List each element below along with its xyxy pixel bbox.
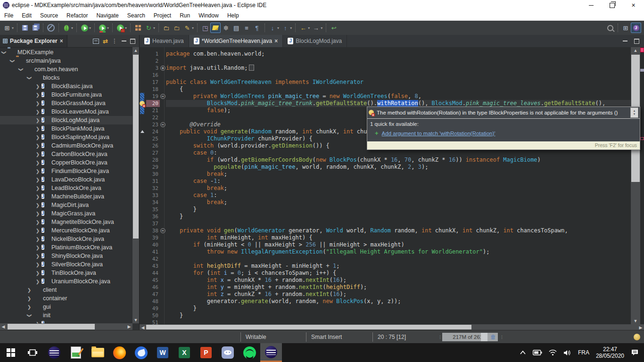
expand-chevron-icon[interactable]: ❯: [34, 211, 41, 216]
tree-item-client[interactable]: ❯client: [0, 286, 132, 294]
taskbar-app-spotify[interactable]: [239, 343, 260, 362]
tree-item-machinebuilder-java[interactable]: ❯JMachineBuilder.java: [0, 192, 132, 201]
save-button[interactable]: [20, 23, 30, 33]
minimize-button[interactable]: [580, 0, 602, 10]
organize-imports-button[interactable]: ↓▾: [267, 23, 280, 33]
start-button[interactable]: [0, 343, 22, 362]
link-with-editor-icon[interactable]: ⇄: [103, 38, 108, 45]
code-line-31[interactable]: 31 case -1:: [140, 178, 631, 185]
warning-marker[interactable]: [640, 137, 644, 140]
collapsed-region-icon[interactable]: [249, 65, 254, 71]
debug-button[interactable]: ▾: [61, 23, 74, 33]
tree-item-platiniumblockore-java[interactable]: ❯JPlatiniumBlockOre.java: [0, 243, 132, 252]
code-line-40[interactable]: 40 if (minHeight < 0 || maxHeight > 256 …: [140, 241, 631, 248]
menu-search[interactable]: Search: [123, 10, 149, 20]
code-line-2[interactable]: 2: [140, 58, 631, 65]
code-line-48[interactable]: 48 generator.generate(world, random, new…: [140, 298, 631, 305]
back-button[interactable]: ←▾: [298, 23, 311, 33]
editor-vertical-scrollbar[interactable]: ▲ ▼: [631, 47, 640, 324]
menu-file[interactable]: File: [0, 10, 17, 20]
code-line-44[interactable]: 44 for (int i = 0; i < chancesToSpawn; i…: [140, 270, 631, 277]
taskbar-app-discord[interactable]: [217, 343, 239, 362]
close-tab-icon[interactable]: ×: [274, 38, 278, 44]
menu-help[interactable]: Help: [223, 10, 243, 20]
editor-horizontal-scrollbar[interactable]: ◀ ▶: [140, 324, 644, 330]
code-line-28[interactable]: 28 if (world.getBiomeForCoordsBody(new B…: [140, 156, 631, 164]
code-line-19[interactable]: 19 private WorldGenTrees pink_magic_tree…: [140, 93, 631, 100]
code-line-36[interactable]: 36 }: [140, 213, 631, 220]
expand-chevron-icon[interactable]: ❯: [34, 143, 41, 148]
action-center-icon[interactable]: [631, 349, 639, 356]
menu-edit[interactable]: Edit: [17, 10, 36, 20]
expand-chevron-icon[interactable]: ❯: [34, 101, 41, 106]
editor-tab-heaven-java[interactable]: JHeaven.java: [140, 35, 189, 47]
expand-chevron-icon[interactable]: ❯: [34, 152, 41, 157]
tree-item-blockgrassmod-java[interactable]: ❯JBlockGrassMod.java: [0, 99, 132, 107]
scroll-right-icon[interactable]: ▶: [126, 323, 132, 330]
quickfix-bulb-icon[interactable]: [140, 101, 145, 106]
menu-window[interactable]: Window: [194, 10, 223, 20]
tree-item-magicdirt-java[interactable]: ❯JMagicDirt.java: [0, 201, 132, 209]
code-line-27[interactable]: 27 case 0:: [140, 149, 631, 156]
menu-project[interactable]: Project: [149, 10, 175, 20]
scroll-down-icon[interactable]: ▼: [132, 317, 139, 323]
expand-chevron-icon[interactable]: ❯: [34, 254, 41, 259]
tree-item-tinblockore-java[interactable]: ❯JTinBlockOre.java: [0, 269, 132, 277]
code-line-46[interactable]: 46 int y = minHeight + random.nextInt(he…: [140, 284, 631, 291]
tree-item-mercureblockore-java[interactable]: ❯JMercureBlockOre.java: [0, 226, 132, 235]
new-task-button[interactable]: ◳: [200, 23, 210, 33]
dropdown-arrow-icon[interactable]: ▾: [321, 26, 322, 30]
drag-handle-icon[interactable]: ⋮: [500, 336, 502, 338]
run-external-tools-button[interactable]: ▾: [115, 23, 128, 33]
menu-refactor[interactable]: Refactor: [62, 10, 92, 20]
code-editor[interactable]: 1package com.ben.heaven.world;23import j…: [140, 47, 644, 324]
collapse-chevron-icon[interactable]: ❯: [18, 66, 24, 73]
scroll-left-icon[interactable]: ◀: [0, 323, 7, 330]
tree-item-blockleavesmod-java[interactable]: ❯JBlockLeavesMod.java: [0, 107, 132, 116]
close-view-icon[interactable]: ×: [60, 38, 63, 44]
editor-tab-blocklogmod-java[interactable]: JBlockLogMod.java: [283, 35, 347, 47]
view-menu-icon[interactable]: ⋮: [112, 38, 118, 44]
dropdown-arrow-icon[interactable]: ▾: [71, 26, 73, 30]
tree-item-init[interactable]: ❯init: [0, 311, 132, 320]
menu-source[interactable]: Source: [36, 10, 62, 20]
tray-expand-icon[interactable]: [520, 350, 526, 355]
menu-navigate[interactable]: Navigate: [92, 10, 123, 20]
notifications-icon[interactable]: [634, 334, 640, 340]
taskbar-app-file-explorer[interactable]: [87, 343, 108, 362]
tree-item-silverblockore-java[interactable]: ❯JSilverBlockOre.java: [0, 260, 132, 269]
volume-icon[interactable]: [563, 350, 571, 356]
maximize-view-icon[interactable]: [130, 39, 135, 44]
expand-chevron-icon[interactable]: ❯: [34, 118, 41, 123]
tree-item-container[interactable]: ❯container: [0, 294, 132, 303]
minimize-editor-icon[interactable]: [623, 41, 627, 41]
tree-item-carbonblockore-java[interactable]: ❯JCarbonBlockOre.java: [0, 150, 132, 158]
minimize-view-icon[interactable]: [122, 41, 126, 41]
tree-item-gui[interactable]: ❯gui: [0, 303, 132, 311]
expand-chevron-icon[interactable]: ❯: [34, 84, 41, 89]
java-perspective-button[interactable]: J: [631, 23, 641, 33]
tree-item-uraniumblockore-java[interactable]: ❯JUraniumBlockOre.java: [0, 277, 132, 286]
collapse-chevron-icon[interactable]: ❯: [10, 57, 15, 65]
expand-chevron-icon[interactable]: ❯: [34, 194, 41, 199]
show-outline-button[interactable]: ≡: [241, 23, 252, 33]
maximize-editor-icon[interactable]: [634, 39, 639, 44]
taskbar-app-excel[interactable]: X: [173, 343, 195, 362]
collapse-fold-icon[interactable]: [160, 121, 166, 128]
code-line-39[interactable]: 39 int minHeight, int maxHeight) {: [140, 234, 631, 241]
code-line-34[interactable]: 34 break;: [140, 199, 631, 206]
scroll-up-icon[interactable]: ▲: [631, 47, 640, 54]
scroll-up-icon[interactable]: ▲: [132, 47, 139, 54]
tree-item-src-main-java[interactable]: ❯src/main/java: [0, 57, 132, 65]
tree-item-shinyblockore-java[interactable]: ❯JShinyBlockOre.java: [0, 252, 132, 260]
update-project-button[interactable]: ↻▾: [143, 23, 156, 33]
code-line-50[interactable]: 50 }: [140, 312, 631, 319]
expand-chevron-icon[interactable]: ❯: [34, 135, 41, 140]
collapse-chevron-icon[interactable]: ❯: [27, 312, 32, 319]
format-button[interactable]: ✎▾: [182, 23, 195, 33]
forward-button[interactable]: →▾: [311, 23, 323, 33]
task-view-button[interactable]: [22, 343, 43, 362]
garbage-collect-icon[interactable]: 🗑: [489, 333, 497, 341]
expand-chevron-icon[interactable]: ❯: [34, 262, 41, 267]
tree-item-magicgrass-java[interactable]: ❯JMagicGrass.java: [0, 209, 132, 218]
